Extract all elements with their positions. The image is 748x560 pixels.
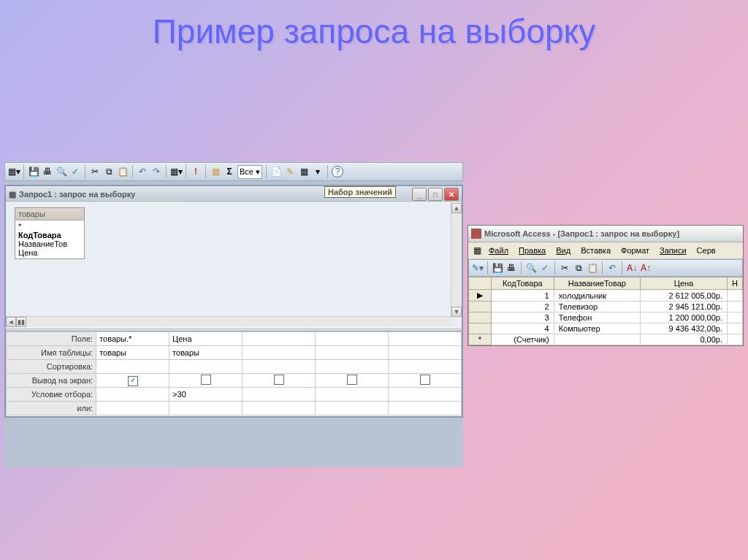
grid-cell[interactable] (243, 332, 316, 346)
scroll-down-icon[interactable]: ▼ (451, 307, 462, 317)
source-table-box[interactable]: товары * КодТовара НазваниеТов Цена (15, 207, 85, 259)
close-button[interactable]: ✕ (444, 188, 459, 201)
grid-cell[interactable]: Цена (169, 332, 243, 346)
grid-cell[interactable] (389, 388, 462, 402)
grid-cell[interactable] (316, 332, 389, 346)
grid-cell[interactable] (243, 388, 316, 402)
menu-file[interactable]: Файл (484, 245, 513, 256)
properties-icon[interactable]: 📄 (270, 166, 282, 177)
grid-cell[interactable]: ✓ (96, 374, 169, 388)
paste-icon[interactable]: 📋 (117, 166, 129, 177)
scroll-up-icon[interactable]: ▲ (451, 203, 462, 213)
print-icon[interactable]: 🖶 (42, 166, 53, 177)
grid-cell[interactable] (389, 360, 462, 374)
table-row[interactable]: 4 Компьютер 9 436 432,00р. (469, 323, 743, 334)
copy-icon[interactable]: ⧉ (103, 166, 115, 177)
print-icon[interactable]: 🖶 (505, 262, 517, 274)
grid-cell[interactable]: товары (96, 346, 169, 360)
print-preview-icon[interactable]: 🔍 (525, 262, 537, 274)
totals-icon[interactable]: Σ (224, 166, 235, 177)
grid-cell[interactable] (316, 346, 389, 360)
row-selector-new[interactable]: * (469, 334, 492, 345)
paste-icon[interactable]: 📋 (587, 262, 598, 274)
view-icon[interactable]: ✎▾ (472, 262, 484, 274)
grid-cell[interactable] (316, 374, 389, 388)
show-checkbox[interactable] (420, 375, 430, 385)
maximize-button[interactable]: □ (428, 188, 443, 201)
scroll-nav-icon[interactable]: ▮▮ (16, 317, 26, 327)
minimize-button[interactable]: _ (412, 188, 427, 201)
grid-cell[interactable]: >30 (169, 388, 243, 402)
menu-records[interactable]: Записи (655, 245, 691, 256)
show-checkbox[interactable] (201, 375, 211, 385)
row-selector[interactable] (469, 323, 492, 334)
field-item[interactable]: Цена (18, 248, 81, 257)
grid-cell[interactable] (169, 360, 243, 374)
grid-cell[interactable] (316, 360, 389, 374)
row-selector[interactable]: ▶ (469, 290, 492, 302)
save-icon[interactable]: 💾 (28, 166, 39, 177)
scroll-left-icon[interactable]: ◄ (6, 317, 16, 327)
help-icon[interactable]: ? (332, 166, 343, 177)
result-table[interactable]: КодТовара НазваниеТовар Цена Н ▶ 1 холод… (468, 277, 743, 345)
menu-format[interactable]: Формат (617, 245, 654, 256)
grid-cell[interactable]: товары (169, 346, 243, 360)
grid-cell[interactable] (169, 402, 243, 415)
top-values-dropdown[interactable]: Все ▾ (237, 165, 262, 179)
grid-cell[interactable] (389, 402, 462, 415)
copy-icon[interactable]: ⧉ (573, 262, 584, 274)
table-row[interactable]: 3 Телефон 1 200 000,00р. (469, 312, 743, 323)
build-icon[interactable]: ✎ (284, 166, 296, 177)
grid-cell[interactable] (96, 388, 169, 402)
grid-cell[interactable]: товары.* (96, 332, 169, 346)
vertical-scrollbar[interactable]: ▲ ▼ (451, 203, 462, 317)
cut-icon[interactable]: ✂ (89, 166, 101, 177)
menu-view[interactable]: Вид (552, 245, 575, 256)
show-checkbox[interactable] (347, 375, 357, 385)
redo-icon[interactable]: ↷ (150, 166, 162, 177)
grid-cell[interactable] (243, 346, 316, 360)
show-checkbox[interactable] (274, 375, 284, 385)
table-diagram-pane[interactable]: товары * КодТовара НазваниеТов Цена ▲ ▼ … (6, 202, 462, 327)
window-menu-icon[interactable]: ▦ (471, 245, 483, 256)
menu-insert[interactable]: Вставка (576, 245, 615, 256)
grid-cell[interactable] (243, 402, 316, 415)
menu-service[interactable]: Серв (692, 245, 720, 256)
col-header[interactable]: Н (728, 277, 743, 290)
table-row[interactable]: ▶ 1 холодильник 2 612 005,00р. (469, 290, 743, 302)
query-type-icon[interactable]: ▦▾ (170, 166, 182, 177)
undo-icon[interactable]: ↶ (606, 262, 618, 274)
grid-cell[interactable] (243, 360, 316, 374)
sort-asc-icon[interactable]: A↓ (626, 262, 638, 274)
run-icon[interactable]: ! (190, 166, 202, 177)
grid-cell[interactable] (169, 374, 243, 388)
field-item[interactable]: КодТовара (18, 231, 81, 239)
grid-cell[interactable] (389, 374, 462, 388)
grid-cell[interactable] (96, 402, 169, 415)
grid-cell[interactable] (316, 402, 389, 415)
col-header[interactable]: КодТовара (492, 277, 554, 290)
new-object-icon[interactable]: ▾ (312, 166, 324, 177)
grid-cell[interactable] (389, 332, 462, 346)
horizontal-scrollbar[interactable]: ◄ ▮▮ (6, 316, 451, 327)
row-selector[interactable] (469, 302, 492, 312)
grid-cell[interactable] (96, 360, 169, 374)
database-window-icon[interactable]: ▦ (298, 166, 310, 177)
table-row[interactable]: 2 Телевизор 2 945 121,00р. (469, 302, 743, 312)
query-design-grid[interactable]: Поле: товары.* Цена Имя таблицы: товары … (6, 331, 462, 415)
grid-cell[interactable] (243, 374, 316, 388)
col-header[interactable]: НазваниеТовар (554, 277, 640, 290)
new-record-row[interactable]: * (Счетчик) 0,00р. (469, 334, 743, 345)
col-header[interactable]: Цена (641, 277, 728, 290)
spelling-icon[interactable]: ✓ (539, 262, 551, 274)
grid-cell[interactable] (316, 388, 389, 402)
show-checkbox[interactable]: ✓ (128, 376, 138, 386)
undo-icon[interactable]: ↶ (137, 166, 148, 177)
view-dropdown-icon[interactable]: ▦▾ (8, 166, 20, 177)
field-item[interactable]: * (18, 222, 81, 231)
save-icon[interactable]: 💾 (492, 262, 503, 274)
print-preview-icon[interactable]: 🔍 (56, 166, 67, 177)
menu-edit[interactable]: Правка (514, 245, 550, 256)
cut-icon[interactable]: ✂ (559, 262, 570, 274)
spelling-icon[interactable]: ✓ (69, 166, 81, 177)
